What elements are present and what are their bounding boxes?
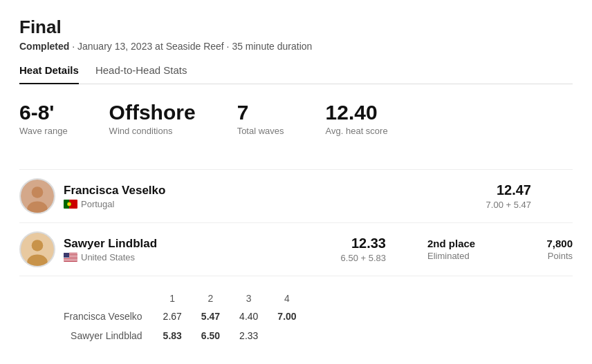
placement-block: 2nd place Eliminated: [427, 238, 483, 261]
wave-col-1-header: 1: [154, 290, 192, 307]
wave-score-cell: 5.83: [154, 326, 192, 345]
svg-rect-15: [64, 260, 77, 261]
country-name: Portugal: [81, 199, 114, 209]
score-total: 12.47: [486, 182, 531, 198]
event-detail: · January 13, 2023 at Seaside Reef · 35 …: [72, 41, 312, 52]
athlete-country: Portugal: [64, 199, 486, 209]
athlete-info: Sawyer Lindblad United States: [64, 237, 341, 262]
stats-row: 6-8' Wave range Offshore Wind conditions…: [19, 101, 573, 150]
svg-rect-14: [64, 259, 77, 260]
tab-heat-details[interactable]: Heat Details: [19, 64, 79, 84]
country-name: United States: [81, 252, 135, 262]
wave-score-cell: 4.40: [230, 307, 268, 326]
event-subtitle: Completed · January 13, 2023 at Seaside …: [19, 41, 573, 52]
wind-conditions-label: Wind conditions: [109, 126, 196, 136]
total-waves-value: 7: [237, 101, 284, 124]
points-label: Points: [524, 251, 573, 261]
stat-total-waves: 7 Total waves: [237, 101, 284, 136]
wave-col-3-header: 3: [230, 290, 268, 307]
points-block: 7,800 Points: [524, 238, 573, 261]
athlete-name-cell: Sawyer Lindblad: [54, 326, 154, 345]
wave-score-cell: 7.00: [268, 307, 306, 326]
score-breakdown: 6.50 + 5.83: [341, 253, 386, 263]
score-breakdown: 7.00 + 5.47: [486, 200, 531, 210]
total-waves-label: Total waves: [237, 126, 284, 136]
wind-conditions-value: Offshore: [109, 101, 196, 124]
table-row: Francisca Veselko 2.67 5.47 4.40 7.00: [54, 307, 306, 326]
stat-wave-range: 6-8' Wave range: [19, 101, 68, 136]
tabs-container: Heat Details Head-to-Head Stats: [19, 64, 573, 84]
svg-rect-13: [64, 258, 77, 258]
score-block: 12.33 6.50 + 5.83: [341, 236, 386, 263]
avatar: [19, 231, 55, 267]
wave-score-cell: 6.50: [192, 326, 230, 345]
wave-col-2-header: 2: [192, 290, 230, 307]
athlete-row: Sawyer Lindblad United States 12.33 6.50: [19, 223, 573, 276]
wave-score-cell: [268, 326, 306, 345]
wave-score-table: 1 2 3 4 Francisca Veselko 2.67 5.47 4.40…: [19, 290, 573, 345]
score-block: 12.47 7.00 + 5.47: [486, 182, 531, 210]
svg-point-7: [32, 240, 44, 251]
athlete-info: Francisca Veselko Portugal: [64, 184, 486, 209]
us-flag-icon: [64, 253, 77, 262]
completed-label: Completed: [19, 41, 69, 52]
athlete-country: United States: [64, 252, 341, 262]
wave-range-value: 6-8': [19, 101, 68, 124]
wave-table-inner: 1 2 3 4 Francisca Veselko 2.67 5.47 4.40…: [54, 290, 306, 345]
avg-heat-score-label: Avg. heat score: [326, 126, 388, 136]
wave-range-label: Wave range: [19, 126, 68, 136]
points-value: 7,800: [524, 238, 573, 249]
wave-score-cell: 2.67: [154, 307, 192, 326]
stat-avg-heat-score: 12.40 Avg. heat score: [326, 101, 388, 136]
table-header-row: 1 2 3 4: [54, 290, 306, 307]
table-row: Sawyer Lindblad 5.83 6.50 2.33: [54, 326, 306, 345]
svg-point-1: [32, 186, 44, 198]
wave-score-cell: 2.33: [230, 326, 268, 345]
svg-point-5: [67, 202, 71, 206]
athletes-list: Francisca Veselko Portugal 12.47 7.00 + …: [19, 169, 573, 276]
tab-head-to-head[interactable]: Head-to-Head Stats: [95, 64, 187, 84]
wave-col-4-header: 4: [268, 290, 306, 307]
athlete-name-cell: Francisca Veselko: [54, 307, 154, 326]
avatar: [19, 178, 55, 214]
stat-wind-conditions: Offshore Wind conditions: [109, 101, 196, 136]
page-title: Final: [19, 17, 573, 38]
athlete-row: Francisca Veselko Portugal 12.47 7.00 + …: [19, 169, 573, 223]
svg-rect-16: [64, 253, 69, 258]
athlete-name: Sawyer Lindblad: [64, 237, 341, 251]
placement-status: Eliminated: [427, 251, 483, 261]
score-total: 12.33: [341, 236, 386, 251]
avg-heat-score-value: 12.40: [326, 101, 388, 124]
portugal-flag-icon: [64, 200, 77, 209]
placement-label: 2nd place: [427, 238, 483, 249]
athlete-col-header: [54, 290, 154, 307]
athlete-name: Francisca Veselko: [64, 184, 486, 198]
wave-score-cell: 5.47: [192, 307, 230, 326]
